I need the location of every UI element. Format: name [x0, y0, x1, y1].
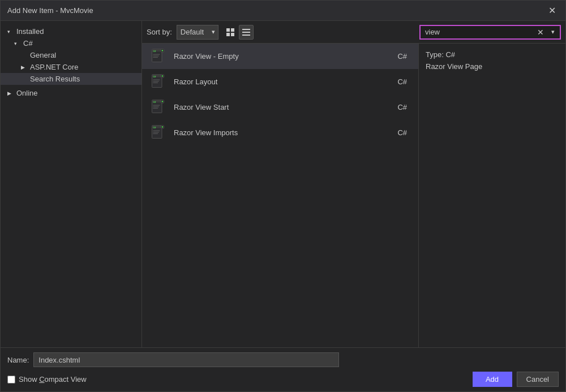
item-icon: C#	[149, 47, 167, 65]
svg-rect-38	[153, 133, 158, 134]
detail-description: Razor View Page	[426, 62, 559, 71]
sidebar: ▾ Installed ▾ C# General ▶ ASP.NET Core …	[1, 21, 142, 347]
sidebar-item-label: ASP.NET Core	[30, 63, 79, 71]
svg-rect-6	[242, 35, 250, 36]
add-button[interactable]: Add	[473, 372, 512, 387]
search-box-wrapper: ✕ ▾	[419, 25, 561, 40]
item-icon: C#	[149, 72, 167, 91]
svg-point-11	[162, 50, 164, 51]
sort-select[interactable]: Default Name Type Date	[177, 25, 218, 40]
arrow-icon: ▶	[21, 64, 28, 70]
svg-text:C#: C#	[153, 75, 156, 78]
type-value: C#	[445, 50, 455, 59]
item-name: Razor View Start	[174, 103, 397, 111]
arrow-icon: ▾	[7, 29, 14, 35]
sidebar-item-search-results[interactable]: Search Results	[1, 73, 142, 85]
view-buttons	[223, 25, 254, 40]
result-item-razor-view-start[interactable]: C# Razor View Start C#	[142, 94, 418, 120]
svg-point-35	[162, 126, 164, 128]
action-row: Show Compact View Add Cancel	[7, 372, 559, 387]
sidebar-item-label: General	[30, 51, 56, 59]
sidebar-item-label: Online	[16, 89, 38, 97]
svg-rect-14	[153, 57, 158, 58]
svg-rect-22	[153, 83, 158, 83]
result-item-razor-view-empty[interactable]: C# Razor View - Empty C#	[142, 44, 418, 69]
grid-view-button[interactable]	[223, 25, 238, 40]
dialog: Add New Item - MvcMovie ✕ ▾ Installed ▾ …	[0, 0, 566, 392]
sort-label: Sort by:	[147, 28, 172, 36]
toolbar: Sort by: Default Name Type Date	[142, 21, 565, 44]
content-area: Sort by: Default Name Type Date	[142, 21, 565, 347]
svg-rect-29	[153, 106, 159, 107]
svg-rect-30	[153, 108, 158, 109]
name-row: Name:	[7, 352, 559, 367]
item-icon: C#	[149, 123, 167, 141]
detail-panel: Type: C# Razor View Page	[418, 44, 565, 347]
name-input[interactable]	[33, 352, 339, 367]
results-detail-area: C# Razor View - Empty C#	[142, 44, 565, 347]
svg-text:C#: C#	[153, 50, 156, 53]
item-icon: C#	[149, 98, 167, 116]
arrow-icon: ▾	[14, 41, 21, 46]
svg-point-19	[162, 75, 164, 77]
svg-rect-5	[242, 32, 250, 33]
item-tag: C#	[397, 128, 407, 137]
close-button[interactable]: ✕	[545, 4, 559, 18]
svg-rect-4	[242, 29, 250, 30]
list-view-button[interactable]	[239, 25, 254, 40]
item-tag: C#	[397, 103, 407, 111]
item-name: Razor View - Empty	[174, 52, 397, 61]
type-label: Type:	[426, 50, 444, 59]
svg-rect-2	[226, 33, 230, 36]
sidebar-item-aspnet[interactable]: ▶ ASP.NET Core	[1, 61, 142, 73]
bottom-bar: Name: Show Compact View Add Cancel	[1, 347, 565, 391]
search-dropdown-button[interactable]: ▾	[547, 27, 559, 38]
svg-rect-0	[226, 28, 230, 32]
svg-rect-1	[231, 28, 234, 32]
compact-view-label[interactable]: Show Compact View	[7, 375, 87, 384]
result-item-razor-view-imports[interactable]: C# Razor View Imports C#	[142, 120, 418, 145]
dialog-title: Add New Item - MvcMovie	[7, 6, 93, 15]
arrow-icon	[21, 53, 28, 58]
svg-rect-13	[153, 55, 159, 56]
dialog-buttons: Add Cancel	[473, 372, 559, 387]
item-name: Razor View Imports	[174, 128, 397, 137]
sort-dropdown-wrapper: Default Name Type Date	[177, 25, 218, 40]
results-list: C# Razor View - Empty C#	[142, 44, 418, 347]
compact-view-checkbox[interactable]	[7, 376, 15, 384]
compact-view-text: Show Compact View	[19, 375, 87, 384]
cancel-button[interactable]: Cancel	[517, 372, 559, 387]
svg-text:C#: C#	[153, 101, 156, 104]
arrow-icon	[21, 76, 28, 82]
sidebar-item-csharp[interactable]: ▾ C#	[1, 37, 142, 49]
svg-rect-28	[153, 105, 160, 106]
svg-rect-21	[153, 81, 159, 81]
svg-rect-12	[153, 54, 160, 55]
item-tag: C#	[397, 77, 407, 86]
item-name: Razor Layout	[174, 77, 397, 86]
sidebar-item-general[interactable]: General	[1, 49, 142, 61]
sidebar-item-online[interactable]: ▶ Online	[1, 87, 142, 99]
search-clear-button[interactable]: ✕	[535, 27, 546, 38]
arrow-icon: ▶	[7, 91, 14, 96]
svg-point-27	[162, 101, 164, 102]
svg-text:C#: C#	[153, 126, 156, 129]
name-label: Name:	[7, 356, 29, 364]
svg-rect-3	[231, 33, 234, 36]
main-content: ▾ Installed ▾ C# General ▶ ASP.NET Core …	[1, 21, 565, 347]
title-bar: Add New Item - MvcMovie ✕	[1, 1, 565, 21]
svg-rect-20	[153, 80, 160, 80]
svg-rect-36	[153, 131, 160, 131]
sidebar-item-installed[interactable]: ▾ Installed	[1, 25, 142, 37]
item-tag: C#	[397, 52, 407, 61]
sidebar-item-label: Search Results	[30, 75, 80, 83]
result-item-razor-layout[interactable]: C# Razor Layout C#	[142, 69, 418, 94]
svg-rect-37	[153, 132, 159, 132]
detail-type: Type: C#	[426, 50, 559, 59]
sidebar-item-label: C#	[23, 39, 33, 48]
sidebar-item-label: Installed	[16, 27, 44, 36]
